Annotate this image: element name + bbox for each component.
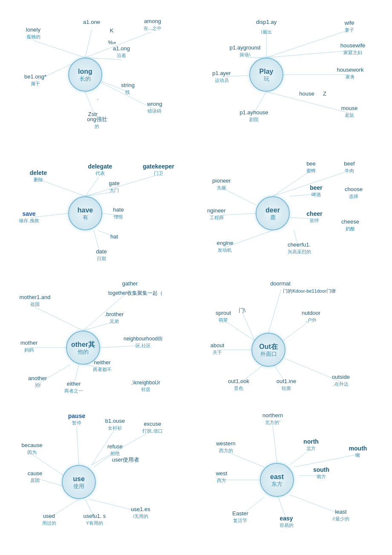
word-a1one: a1.one — [83, 19, 100, 26]
word-K: K — [110, 27, 114, 35]
word-ong-strong: ong强壮 的 — [87, 116, 107, 129]
word-about: about 关于 — [210, 342, 225, 355]
word-nutdoor: nutdoor ,户外 — [302, 310, 320, 323]
center-word-zh: 外面口 — [260, 351, 277, 357]
center-word-en: Out在 — [259, 343, 278, 351]
word-gatekeeper: gatekeeper 门卫 — [143, 163, 174, 176]
center-word-en: long — [78, 67, 92, 76]
word-another: another 另f — [28, 375, 47, 388]
word-pioneer: pioneer 先驱 — [212, 177, 231, 191]
word-display-zh: I展出 — [261, 29, 271, 35]
center-have: have 有 — [68, 196, 102, 230]
word-delete: delete 删除 — [30, 169, 47, 183]
word-delegate: delegate 代表 — [88, 163, 112, 176]
svg-line-57 — [273, 426, 277, 463]
center-east: east 东方 — [260, 463, 294, 497]
word-easy: easy 容易的 — [280, 514, 294, 528]
word-lonely: lonely 孤独的 — [26, 26, 40, 40]
center-word-zh: 长的 — [80, 76, 91, 82]
word-south: south 南方 — [313, 466, 329, 479]
svg-line-6 — [85, 92, 94, 113]
center-play: Play 玩 — [249, 58, 283, 92]
word-cause: cause 原因 — [28, 470, 43, 483]
svg-line-41 — [243, 314, 254, 340]
svg-line-1 — [33, 41, 85, 58]
word-a1ong: a1.ong 沿着 — [113, 45, 130, 58]
center-out: Out在 外面口 — [251, 333, 285, 367]
word-northern: northern 北方的' — [262, 412, 283, 425]
svg-line-0 — [85, 30, 92, 58]
word-wrong: wrong 错误碍 — [147, 101, 162, 114]
center-word-en: have — [78, 206, 93, 214]
word-north: north 北方 — [303, 438, 319, 451]
word-brother: .brother 兄弟 — [105, 311, 124, 324]
word-playhouse: p1.ayhouse 剧院 — [239, 109, 268, 122]
center-word-zh: 鹿 — [270, 214, 276, 221]
word-door-text: 门的Kdoor-be11door门律 — [283, 288, 336, 294]
word-date: date 日期 — [96, 248, 107, 262]
word-neighbour: ,\kneighboUr 邻居 — [131, 380, 160, 392]
center-word-en: east — [270, 473, 284, 481]
word-user: user使用者 — [112, 456, 139, 464]
svg-line-18 — [85, 175, 158, 196]
word-together: together收集聚集一起（ — [108, 290, 163, 297]
word-outline: out1.ine 轮廓 — [277, 378, 296, 391]
word-house: house — [299, 90, 314, 98]
word-mother: mother 妈妈 — [20, 340, 37, 353]
center-word-en: use — [73, 475, 85, 483]
center-word-zh: 有 — [83, 214, 88, 221]
word-outside: outside ,在外边 — [332, 374, 350, 387]
word-easter: Easter 复活节 — [232, 510, 248, 523]
word-useful: usefu1. s Y有用的 — [84, 513, 106, 526]
word-pause: pause 暂停 — [68, 412, 85, 426]
word-backtick: ` — [97, 98, 99, 105]
word-mouth: mouth 嘴 — [349, 445, 367, 458]
word-wife: wife 妻子 — [344, 20, 354, 33]
word-gate: gate 大门 — [109, 180, 119, 193]
svg-line-48 — [77, 427, 79, 465]
svg-line-60 — [294, 454, 358, 467]
word-housewife: housewife 家庭主妇 — [340, 42, 366, 55]
word-western: western 西方的 — [216, 440, 236, 453]
center-word-zh: 东方 — [271, 481, 282, 488]
word-outlook: out1.ook 景色 — [228, 378, 249, 391]
word-ngineer: ngineer 工程师 — [207, 207, 225, 221]
word-west: west 西方 — [216, 470, 228, 483]
word-housework: housework 家务 — [337, 67, 364, 80]
word-hate: hate 憎恨 — [113, 206, 124, 220]
word-door-slash: 门\ — [239, 307, 246, 314]
connection-lines — [0, 0, 392, 555]
word-motherland: mother1.and 祖国 — [20, 294, 51, 307]
word-cheer: cheer 欢呼 — [306, 210, 322, 224]
word-gather: gather — [122, 280, 138, 288]
word-useless: use1.es /无用的 — [131, 506, 150, 519]
word-beef: beef 牛肉 — [344, 160, 355, 174]
word-because: because 因为 — [21, 442, 42, 455]
word-save: save 储存,挽救 — [19, 210, 39, 224]
center-word-zh: 使用 — [73, 483, 84, 490]
center-word-zh: 玩 — [264, 76, 269, 82]
word-z: Z — [323, 90, 326, 98]
word-either: either 两者之一 — [64, 381, 83, 394]
svg-line-9 — [266, 30, 349, 58]
word-bee: bee 蜜蜂 — [306, 160, 316, 174]
word-least: least //最少的 — [332, 509, 349, 522]
center-word-zh: 他的 — [78, 349, 89, 355]
center-word-en: deer — [265, 206, 280, 214]
center-long: long 长的 — [68, 58, 102, 92]
word-used: used 用过的 — [42, 513, 56, 526]
center-word-en: Play — [259, 67, 274, 76]
svg-line-17 — [85, 177, 99, 196]
center-use: use 使用 — [62, 465, 96, 499]
svg-line-40 — [268, 289, 281, 333]
word-cheerful: cheerfu1. 兴高采烈的 — [288, 241, 311, 255]
word-display: disp1.ay — [256, 19, 277, 26]
word-among: among 在...之中 — [144, 18, 161, 31]
center-deer: deer 鹿 — [256, 196, 290, 230]
word-neither: neither 两者都不 — [93, 359, 112, 372]
word-string: string 线 — [121, 82, 135, 95]
word-blouse: b1.ouse 女衬衫 — [105, 418, 125, 431]
word-refuse: refuse 拒绝 — [107, 443, 123, 456]
word-cheese: cheese 奶酪 — [341, 218, 359, 232]
word-playground: p1.ayground 操场\ — [230, 44, 260, 58]
